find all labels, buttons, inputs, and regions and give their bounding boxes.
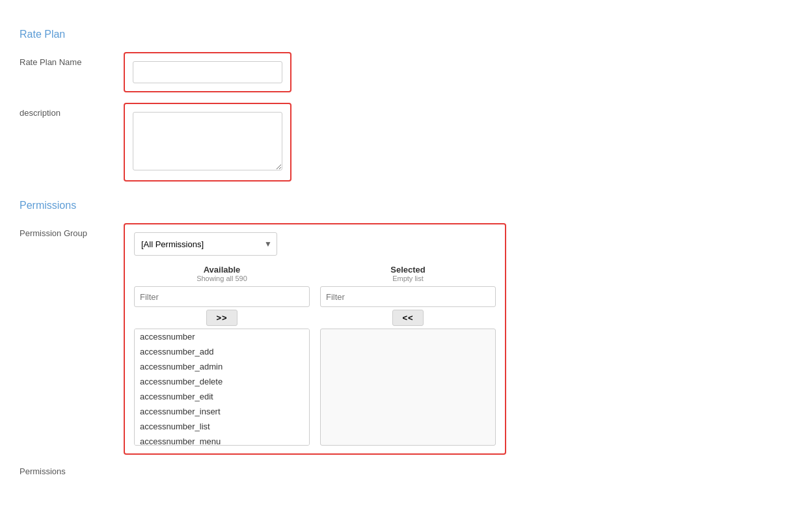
permission-group-select[interactable]: [All Permissions] Group 1 Group 2	[134, 232, 277, 256]
available-filter-input[interactable]	[134, 286, 310, 307]
list-item[interactable]: accessnumber	[135, 329, 309, 344]
list-item[interactable]: accessnumber_admin	[135, 359, 309, 374]
add-all-button[interactable]: >>	[206, 310, 237, 326]
list-item[interactable]: accessnumber_add	[135, 344, 309, 359]
rate-plan-section: Rate Plan Rate Plan Name description	[20, 29, 792, 182]
description-label: description	[20, 103, 124, 118]
permissions-title: Permissions	[20, 200, 792, 211]
description-field	[124, 103, 449, 182]
permission-group-row: Permission Group [All Permissions] Group…	[20, 223, 792, 455]
page-container: Rate Plan Rate Plan Name description Per…	[0, 0, 812, 525]
permissions-label: Permissions	[20, 461, 124, 476]
selected-panel: Selected Empty list <<	[320, 265, 496, 446]
selected-filter-input[interactable]	[320, 286, 496, 307]
available-header: Available	[134, 265, 310, 275]
rate-plan-name-field	[124, 52, 449, 92]
available-subheader: Showing all 590	[134, 275, 310, 282]
permission-group-label: Permission Group	[20, 223, 124, 238]
rate-plan-name-label: Rate Plan Name	[20, 52, 124, 67]
dual-list-container: Available Showing all 590 >> accessnumbe…	[134, 265, 496, 446]
rate-plan-name-outline	[124, 52, 291, 92]
add-all-btn-row: >>	[134, 310, 310, 326]
description-row: description	[20, 103, 792, 182]
list-item[interactable]: accessnumber_menu	[135, 434, 309, 446]
permission-group-dropdown-wrapper: [All Permissions] Group 1 Group 2 ▼	[134, 232, 277, 256]
permission-group-field: [All Permissions] Group 1 Group 2 ▼ Avai…	[124, 223, 506, 455]
permissions-section: Permissions Permission Group [All Permis…	[20, 200, 792, 476]
remove-all-button[interactable]: <<	[392, 310, 423, 326]
list-item[interactable]: accessnumber_delete	[135, 374, 309, 389]
list-item[interactable]: accessnumber_insert	[135, 404, 309, 419]
list-item[interactable]: accessnumber_list	[135, 419, 309, 434]
selected-list-box[interactable]	[320, 329, 496, 446]
rate-plan-name-row: Rate Plan Name	[20, 52, 792, 92]
description-outline	[124, 103, 291, 182]
permission-group-outline: [All Permissions] Group 1 Group 2 ▼ Avai…	[124, 223, 506, 455]
remove-all-btn-row: <<	[320, 310, 496, 326]
rate-plan-title: Rate Plan	[20, 29, 792, 40]
selected-subheader: Empty list	[320, 275, 496, 282]
permissions-label-row: Permissions	[20, 461, 792, 476]
rate-plan-name-input[interactable]	[133, 61, 282, 83]
available-list-box[interactable]: accessnumber accessnumber_add accessnumb…	[134, 329, 310, 446]
list-item[interactable]: accessnumber_edit	[135, 389, 309, 404]
selected-header: Selected	[320, 265, 496, 275]
available-panel: Available Showing all 590 >> accessnumbe…	[134, 265, 310, 446]
description-input[interactable]	[133, 112, 282, 170]
